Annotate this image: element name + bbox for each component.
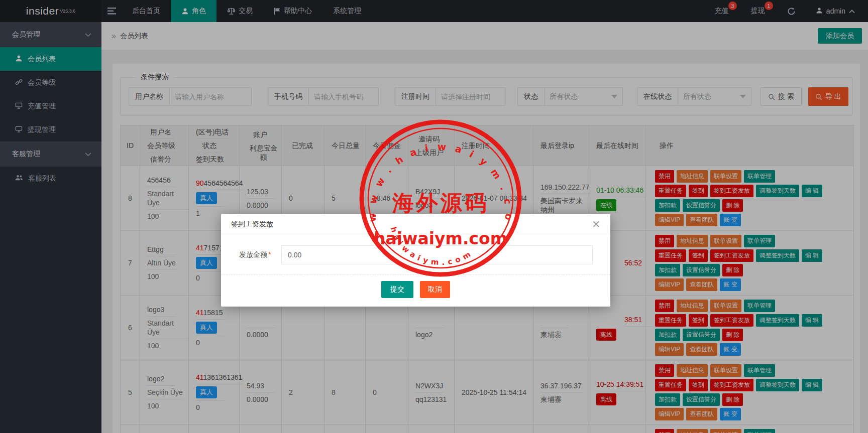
required-mark: * [268, 250, 271, 258]
amount-field-label: 发放金额* [239, 250, 281, 259]
cancel-button[interactable]: 取消 [420, 281, 450, 298]
modal-header: 签到工资发放 ✕ [221, 214, 610, 234]
amount-input[interactable] [281, 245, 593, 264]
page: insider V25.3.6 后台首页 角色 交易 帮助中心 系统管理 充值 … [0, 0, 868, 433]
sign-salary-modal: 签到工资发放 ✕ 发放金额* 提交 取消 [221, 214, 610, 307]
modal-footer: 提交 取消 [221, 274, 610, 307]
modal-title: 签到工资发放 [231, 220, 592, 229]
close-icon[interactable]: ✕ [592, 219, 600, 229]
submit-button[interactable]: 提交 [381, 281, 413, 298]
modal-body: 发放金额* [221, 234, 610, 274]
